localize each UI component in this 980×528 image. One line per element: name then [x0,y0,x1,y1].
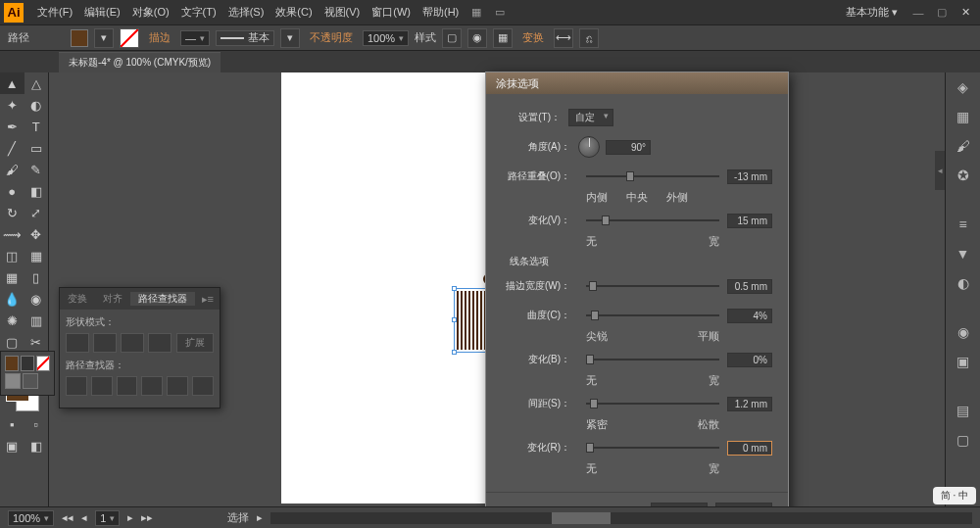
stroke-panel-icon[interactable]: ≡ [953,214,974,235]
gradient-tool[interactable]: ▯ [24,266,49,288]
artboard-nav-prev1-icon[interactable]: ◂ [81,511,87,524]
fill-dropdown[interactable]: ▾ [94,28,114,48]
stroke-link[interactable]: 描边 [145,30,174,45]
zoom-dropdown[interactable]: 100% [8,510,54,526]
menu-select[interactable]: 选择(S) [222,5,270,20]
symbols-panel-icon[interactable]: ✪ [953,165,974,186]
color-swatch[interactable] [5,373,21,389]
symbol-sprayer-tool[interactable]: ✺ [0,310,24,331]
variation3-slider[interactable] [586,441,719,455]
artboard-number-dropdown[interactable]: 1 [95,510,120,526]
fill-swatch[interactable] [71,29,88,47]
tab-pathfinder[interactable]: 路径查找器 [130,292,195,306]
tab-transform[interactable]: 变换 [60,292,95,306]
outline-button[interactable] [167,376,188,396]
gradient-panel-icon[interactable]: ▼ [953,243,974,264]
stroke-style-arrow[interactable]: ▾ [280,28,300,48]
angle-dial[interactable] [578,136,600,158]
menu-help[interactable]: 帮助(H) [416,5,465,20]
none-swatch[interactable] [36,356,50,371]
graphic-styles-panel-icon[interactable]: ▣ [953,351,974,372]
color-swatch[interactable] [21,356,34,371]
variation1-slider[interactable] [586,214,719,227]
menu-view[interactable]: 视图(V) [318,5,367,20]
paintbrush-tool[interactable]: 🖌 [0,159,24,180]
status-dropdown-icon[interactable]: ▸ [257,511,263,524]
curviness-input[interactable] [727,309,772,323]
selection-tool[interactable]: ▲ [0,72,24,94]
crop-button[interactable] [141,376,163,396]
layers-panel-icon[interactable]: ▤ [953,400,974,421]
perspective-tool[interactable]: ▦ [24,245,49,266]
rotate-tool[interactable]: ↻ [0,202,24,223]
artboards-panel-icon[interactable]: ▢ [953,429,974,451]
brushes-panel-icon[interactable]: 🖌 [953,135,974,157]
shape-builder-tool[interactable]: ◫ [0,245,24,266]
panel-collapse-handle[interactable]: ◂ [935,151,945,190]
color-panel-icon[interactable]: ◈ [953,76,974,98]
overlap-input[interactable] [727,169,772,184]
transform-link[interactable]: 变换 [518,30,548,45]
eraser-tool[interactable]: ◧ [24,180,49,202]
setting-dropdown[interactable]: 自定 [568,109,613,126]
menu-effect[interactable]: 效果(C) [270,5,318,20]
menu-file[interactable]: 文件(F) [31,5,78,20]
minimize-button[interactable]: — [907,3,929,23]
appearance-panel-icon[interactable]: ◉ [953,321,974,343]
magic-wand-tool[interactable]: ✦ [0,94,24,116]
artboard-nav-prev-icon[interactable]: ◂◂ [62,511,74,524]
artboard-nav-next1-icon[interactable]: ▸ [127,511,133,524]
menu-edit[interactable]: 编辑(E) [78,5,126,20]
angle-input[interactable] [606,140,651,155]
opacity-dropdown[interactable]: 100% [363,30,409,46]
stroke-width-slider[interactable] [586,279,719,293]
align-icon[interactable]: ▦ [493,28,513,48]
artboard-nav-next-icon[interactable]: ▸▸ [141,511,153,524]
stroke-weight-dropdown[interactable]: — [180,30,210,46]
opacity-link[interactable]: 不透明度 [306,30,357,45]
expand-button[interactable]: 扩展 [176,333,214,353]
screen-mode-icon[interactable]: ▣ [0,435,24,456]
slice-tool[interactable]: ✂ [24,331,49,353]
scale-tool[interactable]: ⤢ [24,202,49,223]
eyedropper-tool[interactable]: 💧 [0,288,24,310]
bridge-icon[interactable]: ▦ [466,3,486,23]
minus-front-button[interactable] [93,333,117,353]
graph-tool[interactable]: ▥ [24,310,49,331]
stroke-width-input[interactable] [727,279,772,294]
ime-indicator[interactable]: 简 · 中 [933,487,976,504]
variation2-slider[interactable] [586,353,719,366]
free-transform-tool[interactable]: ✥ [24,223,49,245]
blend-tool[interactable]: ◉ [24,288,49,310]
mesh-tool[interactable]: ▦ [0,266,24,288]
rectangle-tool[interactable]: ▭ [24,137,49,159]
close-button[interactable]: ✕ [955,3,976,23]
unite-button[interactable] [66,333,89,353]
stroke-style-dropdown[interactable]: 基本 [216,30,274,46]
overlap-slider[interactable] [586,169,719,183]
curviness-slider[interactable] [586,309,719,322]
maximize-button[interactable]: ▢ [931,3,953,23]
variation3-input[interactable] [727,441,772,456]
artboard-tool[interactable]: ▢ [0,331,24,353]
workspace-switcher[interactable]: 基本功能 ▾ [838,5,906,20]
variation2-input[interactable] [727,353,772,367]
direct-selection-tool[interactable]: △ [24,72,49,94]
minus-back-button[interactable] [192,376,214,396]
lasso-tool[interactable]: ◐ [24,94,49,116]
document-tab[interactable]: 未标题-4* @ 100% (CMYK/预览) [59,52,220,72]
horizontal-scrollbar[interactable] [270,512,972,524]
arrange-icon[interactable]: ▭ [490,3,510,23]
edit-icon[interactable]: ⎌ [579,28,599,48]
no-fill-icon[interactable] [120,28,139,48]
style-swatch[interactable]: ▢ [442,28,462,48]
type-tool[interactable]: T [24,116,49,137]
trim-button[interactable] [91,376,113,396]
spacing-slider[interactable] [586,397,719,410]
draw-mode-icon[interactable]: ◧ [24,435,49,456]
width-tool[interactable]: ⟿ [0,223,24,245]
swatches-panel-icon[interactable]: ▦ [953,106,974,127]
color-swatch[interactable] [5,356,19,371]
recolor-icon[interactable]: ◉ [467,28,487,48]
variation1-input[interactable] [727,214,772,228]
